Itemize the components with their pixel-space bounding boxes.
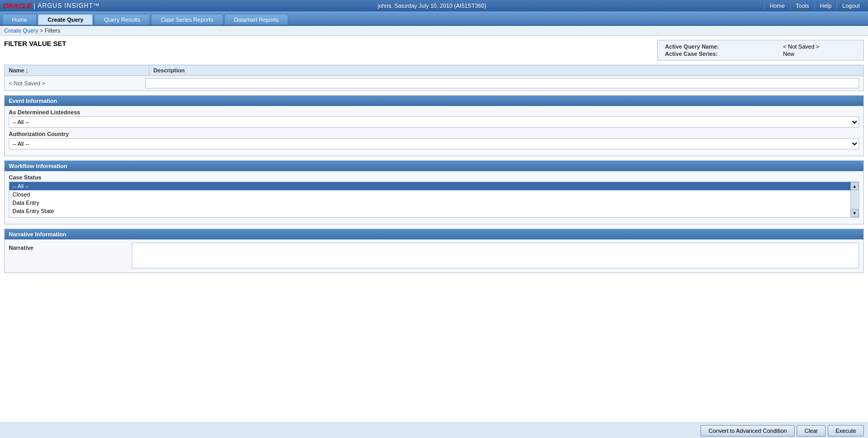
- clear-btn[interactable]: Clear: [797, 425, 826, 436]
- workflow-information-header: Workflow Information: [5, 161, 863, 171]
- case-status-label: Case Status: [9, 174, 859, 180]
- tab-case-series-reports[interactable]: Case Series Reports: [151, 14, 223, 25]
- case-status-option-closed[interactable]: Closed: [9, 190, 859, 199]
- narrative-textarea[interactable]: [132, 243, 859, 268]
- nav-logout[interactable]: Logout: [836, 2, 865, 10]
- active-case-series-label: Active Case Series:: [665, 51, 782, 57]
- case-status-listbox-wrapper: -- All -- Closed Data Entry Data Entry S…: [9, 182, 859, 218]
- nav-help[interactable]: Help: [814, 2, 837, 10]
- auth-country-field-row: Authorization Country -- All --: [9, 131, 859, 149]
- listedness-label: As Determined Listedness: [9, 109, 859, 115]
- narrative-field-wrapper: [132, 243, 859, 269]
- user-info: johns, Saturday July 10, 2010 (AI51ST360…: [100, 3, 764, 9]
- auth-country-label: Authorization Country: [9, 131, 859, 137]
- name-value-display: < Not Saved >: [9, 80, 145, 86]
- oracle-logo: ORACLE: [3, 2, 32, 10]
- breadcrumb-separator: >: [38, 27, 45, 34]
- listbox-scrollbar-track: [850, 190, 859, 209]
- breadcrumb-filters: Filters: [45, 27, 60, 34]
- case-status-option-data-entry[interactable]: Data Entry: [9, 199, 859, 207]
- tab-create-query[interactable]: Create Query: [38, 14, 93, 25]
- execute-btn[interactable]: Execute: [828, 425, 864, 436]
- filter-header: FILTER VALUE SET Active Query Name: < No…: [4, 40, 864, 61]
- listbox-scroll-up[interactable]: ▲: [850, 182, 859, 190]
- description-input[interactable]: [145, 78, 859, 88]
- active-case-series-value: New: [783, 51, 856, 57]
- listedness-field-row: As Determined Listedness -- All -- Liste…: [9, 109, 859, 128]
- argus-insight-text: | ARGUS INSIGHT™: [34, 2, 100, 9]
- workflow-information-panel: Workflow Information Case Status -- All …: [4, 160, 864, 224]
- desc-column-header: Description: [149, 65, 863, 75]
- breadcrumb: Create Query > Filters: [0, 26, 868, 36]
- top-header: ORACLE | ARGUS INSIGHT™ johns, Saturday …: [0, 0, 868, 11]
- workflow-information-body: Case Status -- All -- Closed Data Entry …: [5, 171, 863, 224]
- bottom-action-bar: Convert to Advanced Condition Clear Exec…: [0, 422, 868, 438]
- auth-country-select[interactable]: -- All --: [9, 138, 859, 149]
- top-nav: Home Tools Help Logout: [764, 2, 865, 10]
- listedness-select[interactable]: -- All -- Listed Unlisted Unknown: [9, 116, 859, 128]
- case-status-option-data-entry-state[interactable]: Data Entry State: [9, 207, 859, 215]
- narrative-label: Narrative: [9, 243, 128, 251]
- convert-to-advanced-btn[interactable]: Convert to Advanced Condition: [701, 425, 795, 436]
- breadcrumb-create-query[interactable]: Create Query: [4, 27, 38, 34]
- event-information-body: As Determined Listedness -- All -- Liste…: [5, 106, 863, 156]
- listbox-scroll-down[interactable]: ▼: [850, 209, 859, 217]
- case-status-option-all[interactable]: -- All --: [9, 182, 859, 190]
- narrative-information-panel: Narrative Information Narrative: [4, 229, 864, 273]
- tab-navigation: Home Create Query Query Results Case Ser…: [0, 11, 868, 26]
- tab-home[interactable]: Home: [2, 14, 37, 25]
- name-desc-header: Name : Description: [5, 65, 863, 76]
- main-content: FILTER VALUE SET Active Query Name: < No…: [0, 36, 868, 281]
- page-title: FILTER VALUE SET: [4, 40, 66, 48]
- name-desc-section: Name : Description < Not Saved >: [4, 65, 864, 91]
- event-information-panel: Event Information As Determined Listedne…: [4, 95, 864, 156]
- narrative-row: Narrative: [9, 243, 859, 269]
- logo-area: ORACLE | ARGUS INSIGHT™: [3, 2, 100, 10]
- narrative-information-body: Narrative: [5, 239, 863, 273]
- nav-tools[interactable]: Tools: [790, 2, 814, 10]
- case-status-field-row: Case Status -- All -- Closed Data Entry …: [9, 174, 859, 218]
- active-query-box: Active Query Name: < Not Saved > Active …: [657, 40, 864, 61]
- active-query-name-value: < Not Saved >: [783, 43, 856, 50]
- tab-query-results[interactable]: Query Results: [94, 14, 150, 25]
- name-desc-body: < Not Saved >: [5, 76, 863, 90]
- event-information-header: Event Information: [5, 96, 863, 106]
- name-column-header: Name :: [5, 65, 149, 75]
- narrative-information-header: Narrative Information: [5, 229, 863, 239]
- nav-home[interactable]: Home: [764, 2, 790, 10]
- active-query-name-label: Active Query Name:: [665, 43, 782, 50]
- tab-datamart-reports[interactable]: Datamart Reports: [224, 14, 289, 25]
